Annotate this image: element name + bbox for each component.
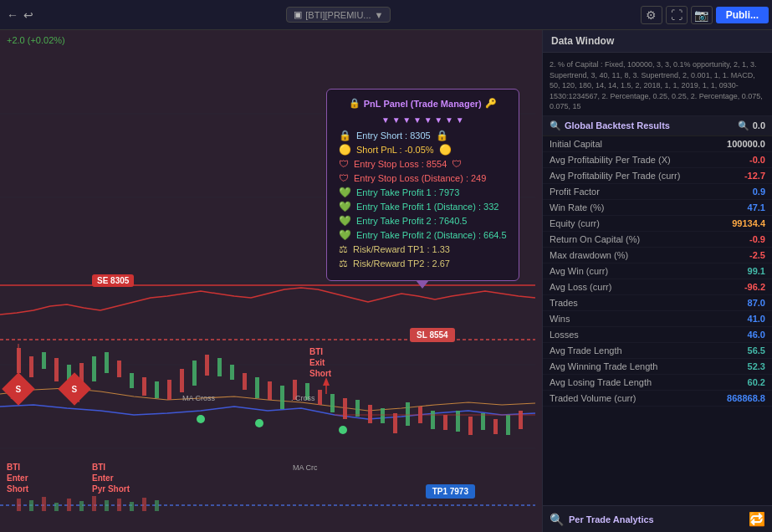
metric-row: Avg Winning Trade Length52.3 xyxy=(543,359,772,375)
svg-point-63 xyxy=(255,419,263,427)
footer-icon: 🔍 xyxy=(550,513,564,526)
svg-rect-55 xyxy=(79,501,84,511)
metric-row: Win Rate (%)47.1 xyxy=(543,200,772,216)
svg-rect-40 xyxy=(406,402,410,426)
svg-rect-15 xyxy=(92,356,96,381)
chart-area[interactable]: +2.0 (+0.02%) xyxy=(0,30,542,532)
svg-rect-42 xyxy=(431,411,435,429)
settings-button[interactable]: ⚙ xyxy=(641,6,662,24)
svg-rect-10 xyxy=(29,356,33,377)
pnl-tp2-dist-row: 💚 Entry Take Profit 2 (Distance) : 664.5 xyxy=(339,229,507,241)
chart-title[interactable]: ▣ [BTI][PREMIU... ▼ xyxy=(286,7,391,23)
metric-row: Trades87.0 xyxy=(543,295,772,311)
svg-rect-48 xyxy=(506,415,510,435)
bti-enter-pyr-short: BTIEnterPyr Short xyxy=(92,462,130,494)
svg-rect-56 xyxy=(92,496,96,511)
pnl-decorations: ▼ ▼ ▼ ▼ ▼ ▼ ▼ ▼ xyxy=(339,115,507,125)
pnl-rr2-row: ⚖ Risk/Reward TP2 : 2.67 xyxy=(339,258,507,269)
data-window-content[interactable]: 2. % of Capital : Fixed, 100000, 3, 3, 0… xyxy=(543,53,772,505)
camera-button[interactable]: 📷 xyxy=(691,6,713,24)
back-icon[interactable]: ← xyxy=(7,8,18,22)
svg-rect-35 xyxy=(343,398,347,419)
svg-rect-54 xyxy=(67,499,71,511)
metrics-container: Initial Capital100000.0Avg Profitability… xyxy=(543,136,772,407)
svg-rect-61 xyxy=(155,500,159,511)
metric-value: 87.0 xyxy=(748,298,765,308)
metric-row: Avg Win (curr)99.1 xyxy=(543,263,772,279)
metric-label: Avg Profitability Per Trade (X) xyxy=(550,155,671,165)
metric-label: Avg Win (curr) xyxy=(550,266,608,276)
small-text-block: 2. % of Capital : Fixed, 100000, 3, 3, 0… xyxy=(543,56,772,116)
svg-point-64 xyxy=(339,426,347,434)
metric-label: Avg Winning Trade Length xyxy=(550,361,657,371)
svg-rect-60 xyxy=(142,498,146,511)
pnl-rr1-row: ⚖ Risk/Reward TP1 : 1.33 xyxy=(339,243,507,255)
metric-row: Avg Losing Trade Length60.2 xyxy=(543,375,772,391)
metric-label: Equity (curr) xyxy=(550,218,600,228)
section-title: Global Backtest Results xyxy=(565,120,670,130)
metric-label: Profit Factor xyxy=(550,187,600,197)
sl-label: SL 8554 xyxy=(410,328,455,342)
svg-rect-44 xyxy=(456,411,460,432)
metric-row: Losses46.0 xyxy=(543,327,772,343)
top-bar-actions: ⚙ ⛶ 📷 Publi... xyxy=(637,6,772,24)
svg-rect-17 xyxy=(117,361,121,377)
metric-value: -2.5 xyxy=(749,250,765,260)
metric-row: Initial Capital100000.0 xyxy=(543,136,772,152)
tp1-label: TP1 7973 xyxy=(426,484,475,499)
publish-button[interactable]: Publi... xyxy=(716,7,769,23)
svg-rect-49 xyxy=(519,411,523,429)
per-trade-footer[interactable]: 🔍 Per Trade Analytics 🔁 xyxy=(543,505,772,532)
svg-rect-37 xyxy=(368,405,372,423)
title-text: [BTI][PREMIU... xyxy=(305,10,371,20)
svg-rect-53 xyxy=(54,503,59,511)
se-label: SE 8305 xyxy=(92,274,134,287)
svg-rect-33 xyxy=(318,390,322,405)
pnl-entry-row: 🔒 Entry Short : 8305 🔒 xyxy=(339,130,507,141)
metric-value: -96.2 xyxy=(744,282,765,292)
metric-row: Traded Volume (curr)868868.8 xyxy=(543,391,772,407)
svg-rect-43 xyxy=(443,415,447,430)
fullscreen-button[interactable]: ⛶ xyxy=(666,6,688,24)
svg-rect-11 xyxy=(42,352,46,369)
metric-row: Profit Factor0.9 xyxy=(543,184,772,200)
section-value: 0.0 xyxy=(753,120,765,130)
metric-value: 0.9 xyxy=(753,187,765,197)
metric-label: Wins xyxy=(550,314,570,324)
footer-refresh-icon: 🔁 xyxy=(749,511,765,527)
svg-rect-36 xyxy=(355,400,360,417)
search-icon-right: 🔍 xyxy=(738,120,749,131)
pnl-stop-dist-row: 🛡 Entry Stop Loss (Distance) : 249 xyxy=(339,172,507,184)
search-icon-left: 🔍 xyxy=(550,120,561,131)
svg-rect-22 xyxy=(180,369,184,392)
metric-label: Max drawdown (%) xyxy=(550,250,628,260)
svg-rect-19 xyxy=(142,377,146,396)
svg-rect-59 xyxy=(130,502,134,511)
svg-rect-20 xyxy=(155,381,159,398)
undo-icon[interactable]: ↩ xyxy=(23,8,33,22)
metric-value: 56.5 xyxy=(748,345,765,356)
svg-rect-34 xyxy=(330,394,335,412)
ma-cross-2: . Cross xyxy=(291,394,315,402)
svg-rect-47 xyxy=(493,419,498,434)
pnl-tp1-row: 💚 Entry Take Profit 1 : 7973 xyxy=(339,187,507,198)
svg-rect-39 xyxy=(393,413,397,433)
metric-row: Max drawdown (%)-2.5 xyxy=(543,248,772,263)
ma-cross-3: MA Crc xyxy=(293,463,318,472)
svg-rect-38 xyxy=(381,408,385,423)
metric-value: -0.9 xyxy=(749,234,765,244)
metric-label: Return On Capital (%) xyxy=(550,234,640,244)
metric-value: 47.1 xyxy=(748,202,765,212)
svg-rect-26 xyxy=(230,365,234,380)
metric-value: -0.0 xyxy=(749,155,765,165)
metric-label: Initial Capital xyxy=(550,139,602,149)
svg-rect-24 xyxy=(205,355,209,376)
metric-label: Trades xyxy=(550,298,578,308)
ma-cross-1: MA Cross xyxy=(182,394,215,402)
metric-value: 99134.4 xyxy=(732,218,765,228)
metric-value: 100000.0 xyxy=(727,139,765,149)
section-header: 🔍 Global Backtest Results 🔍 0.0 xyxy=(543,116,772,136)
pnl-panel: 🔒 PnL Panel (Trade Manager) 🔑 ▼ ▼ ▼ ▼ ▼ … xyxy=(326,89,519,281)
bti-enter-short-1: BTIEnterShort xyxy=(7,462,28,494)
bti-exit-short: BTIExitShort xyxy=(309,346,331,379)
